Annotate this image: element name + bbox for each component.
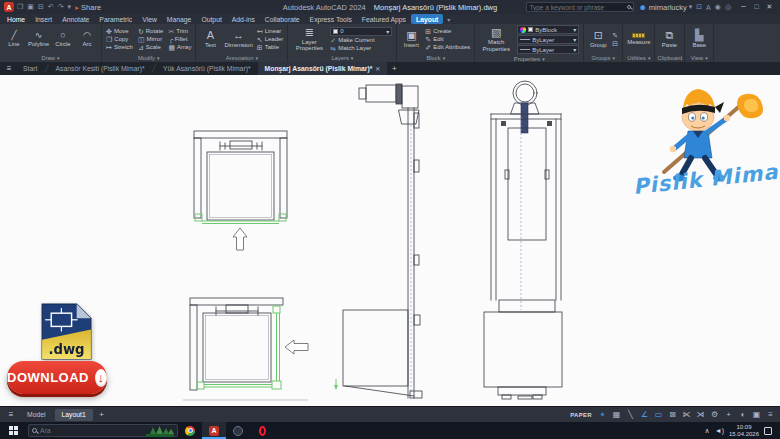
undo-icon[interactable]: ↶ — [48, 3, 54, 11]
search-highlight-trees-image[interactable] — [146, 425, 174, 437]
open-icon[interactable]: ❐ — [17, 3, 23, 11]
ortho-icon[interactable]: ▭ — [653, 409, 664, 421]
leader-button[interactable]: ↖Leader — [257, 36, 284, 43]
help-search[interactable] — [526, 2, 634, 12]
tab-featured-apps[interactable]: Featured Apps — [357, 14, 411, 24]
object-color-select[interactable]: ByBlock▾ — [517, 25, 579, 34]
paper-space-toggle[interactable]: PAPER — [570, 412, 592, 418]
linetype-select[interactable]: ByLayer▾ — [517, 45, 579, 54]
measure-button[interactable]: Measure — [627, 33, 650, 45]
snap-icon[interactable]: ╲ — [625, 409, 636, 421]
help-icon[interactable]: ◉ — [715, 3, 721, 11]
qat-chevron-icon[interactable]: ▾ — [68, 3, 72, 11]
panel-block-label[interactable]: Block▾ — [397, 54, 474, 62]
clean-screen-icon[interactable]: ▣ — [751, 409, 762, 421]
ungroup-button[interactable]: ⊟ — [612, 40, 618, 47]
share-button[interactable]: ➤ Share — [74, 3, 101, 12]
tab-manage[interactable]: Manage — [162, 14, 197, 24]
taskbar-steam[interactable] — [226, 422, 250, 439]
create-block-button[interactable]: ⊞Create — [425, 28, 470, 35]
panel-layers-label[interactable]: Layers▾ — [288, 54, 396, 62]
text-button[interactable]: AText — [200, 30, 220, 48]
layout-tabs-menu-icon[interactable]: ≡ — [4, 410, 18, 419]
taskbar-chrome[interactable] — [178, 422, 202, 439]
ribbon-options-chevron-icon[interactable]: ▾ — [443, 16, 454, 23]
panel-annotation-label[interactable]: Annotation▾ — [196, 54, 287, 62]
circle-button[interactable]: ○Circle — [53, 31, 73, 47]
group-edit-button[interactable]: ✎ — [612, 32, 618, 39]
panel-modify-label[interactable]: Modify▾ — [102, 54, 195, 62]
insert-block-button[interactable]: ▣Insert — [401, 30, 421, 48]
tray-chevron-icon[interactable]: ∧ — [705, 427, 710, 435]
taskbar-search-input[interactable] — [40, 427, 143, 434]
base-button[interactable]: ▙Base — [689, 30, 709, 48]
panel-view-label[interactable]: View▾ — [685, 54, 713, 62]
grid-icon[interactable]: ▦ — [611, 409, 622, 421]
notifications-icon[interactable]: ◎ — [725, 3, 731, 11]
tab-addins[interactable]: Add-ins — [227, 14, 260, 24]
table-button[interactable]: ⊞Table — [257, 44, 284, 51]
tab-annotate[interactable]: Annotate — [57, 14, 94, 24]
dimension-button[interactable]: ↔Dimension — [224, 30, 252, 48]
volume-icon[interactable]: ◄) — [715, 427, 724, 434]
panel-draw-label[interactable]: Draw▾ — [0, 54, 101, 62]
new-tab-button[interactable]: + — [387, 64, 401, 73]
scale-button[interactable]: ⊿Scale — [138, 44, 164, 51]
graphics-performance-icon[interactable]: ◖ — [737, 409, 748, 421]
layer-properties-button[interactable]: ≣Layer Properties — [292, 27, 326, 52]
print-icon[interactable]: ⊟ — [38, 3, 44, 11]
minimize-button[interactable]: ─ — [737, 0, 750, 14]
trim-button[interactable]: ✂Trim — [168, 28, 191, 35]
maximize-button[interactable]: □ — [750, 0, 763, 14]
taskbar-opera[interactable] — [250, 422, 274, 439]
redo-icon[interactable]: ↷ — [58, 3, 64, 11]
stretch-button[interactable]: ↦Stretch — [106, 44, 133, 51]
close-button[interactable]: ✕ — [763, 0, 776, 14]
taskbar-search[interactable] — [28, 424, 178, 437]
autodesk-apps-icon[interactable]: A — [706, 4, 711, 11]
array-button[interactable]: ▦Array — [168, 44, 191, 51]
help-search-input[interactable] — [529, 4, 625, 11]
tab-collaborate[interactable]: Collaborate — [260, 14, 305, 24]
start-button[interactable] — [0, 422, 26, 439]
account-menu[interactable]: ☻ mimarlucky ▾ — [638, 3, 692, 12]
fillet-button[interactable]: ╭Fillet — [168, 36, 191, 43]
tab-express-tools[interactable]: Express Tools — [305, 14, 357, 24]
tab-layout[interactable]: Layout — [411, 14, 443, 24]
lineweight-select[interactable]: ByLayer▾ — [517, 35, 579, 44]
make-current-button[interactable]: ✓Make Current — [330, 37, 392, 44]
settings-gear-icon[interactable]: ⚙ — [709, 409, 720, 421]
drawing-canvas[interactable]: Pislik Mimar .dwg DOWNLOAD ↓ — [0, 75, 780, 406]
tab-view[interactable]: View — [137, 14, 162, 24]
edit-attributes-button[interactable]: ✐Edit Attributes — [425, 44, 470, 51]
file-tab-start[interactable]: Start — [16, 62, 44, 75]
group-button[interactable]: ⊡Group — [588, 30, 608, 48]
annotation-visibility-icon[interactable]: ⋊ — [695, 409, 706, 421]
layer-select[interactable]: 0▾ — [330, 27, 392, 36]
copy-button[interactable]: ❐Copy — [106, 36, 133, 43]
autocad-logo-icon[interactable]: A — [4, 2, 14, 12]
match-layer-button[interactable]: ⇋Match Layer — [330, 45, 392, 52]
panel-groups-label[interactable]: Groups▾ — [584, 54, 622, 62]
annotation-scale-icon[interactable]: ⋉ — [681, 409, 692, 421]
tab-parametric[interactable]: Parametric — [94, 14, 137, 24]
line-button[interactable]: ╱Line — [4, 31, 24, 47]
arc-button[interactable]: ◠Arc — [77, 31, 97, 47]
file-tab-yuk-asansoru[interactable]: Yük Asansörü (Pislik Mimar)* — [156, 62, 258, 75]
linear-button[interactable]: ↤Linear — [257, 28, 284, 35]
mirror-button[interactable]: ◫Mirror — [138, 36, 164, 43]
polar-tracking-icon[interactable]: ∠ — [639, 409, 650, 421]
paste-button[interactable]: ⧉Paste — [659, 30, 679, 48]
match-properties-button[interactable]: ▧Match Properties — [479, 27, 513, 52]
tab-output[interactable]: Output — [196, 14, 226, 24]
isolate-objects-icon[interactable]: + — [723, 409, 734, 421]
tab-home[interactable]: Home — [2, 14, 30, 24]
taskbar-clock[interactable]: 10:09 15.04.2026 — [729, 424, 759, 438]
layout1-tab[interactable]: Layout1 — [55, 409, 93, 421]
file-tabs-menu-icon[interactable]: ≡ — [2, 64, 16, 73]
save-icon[interactable]: ▣ — [27, 3, 34, 11]
ucs-icon[interactable]: ⌖ — [597, 409, 608, 421]
new-layout-button[interactable]: + — [95, 410, 109, 419]
customization-menu-icon[interactable]: ≡ — [765, 409, 776, 421]
close-tab-icon[interactable]: ✕ — [375, 65, 380, 72]
